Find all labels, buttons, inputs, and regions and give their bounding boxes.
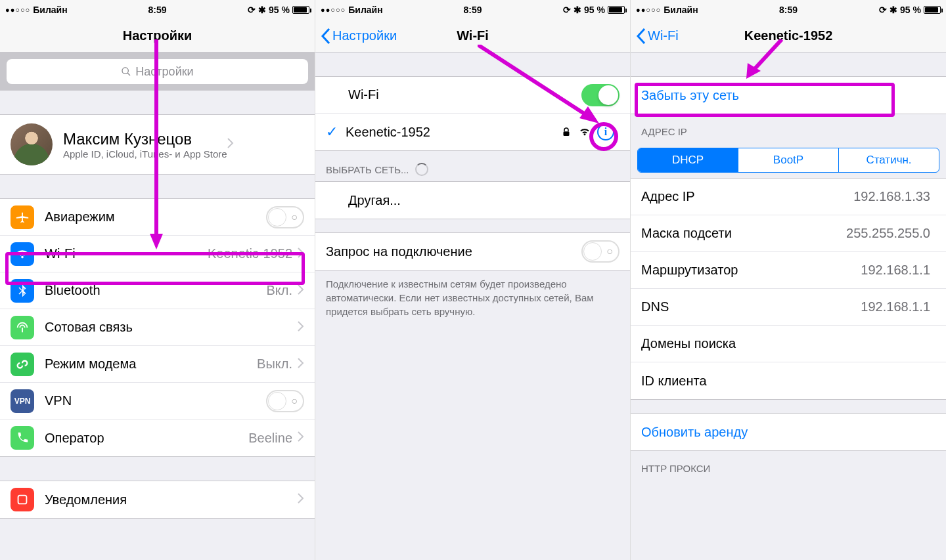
cellular-label: Сотовая связь: [45, 320, 298, 335]
bluetooth-icon: ✱: [258, 5, 266, 15]
search-placeholder: Настройки: [135, 65, 193, 79]
bluetooth-label: Bluetooth: [45, 283, 266, 298]
cellular-icon: [11, 316, 34, 339]
search-domains-row[interactable]: Домены поиска: [631, 326, 946, 362]
ip-address-row: Адрес IP 192.168.1.33: [631, 179, 946, 215]
settings-screen: ●●○○○ Билайн 8:59 ⟳ ✱ 95 % Настройки Нас…: [0, 0, 315, 560]
page-title: Настройки: [123, 28, 192, 43]
info-button[interactable]: i: [597, 123, 614, 140]
bluetooth-settings-icon: [11, 279, 34, 303]
wifi-label: Wi-Fi: [45, 246, 208, 261]
ip-address-header: АДРЕС IP: [631, 114, 946, 142]
airplane-toggle[interactable]: ○: [266, 206, 304, 228]
mask-label: Маска подсети: [641, 226, 846, 241]
airplane-label: Авиарежим: [45, 209, 266, 225]
client-id-row[interactable]: ID клиента: [631, 362, 946, 399]
clock: 8:59: [779, 5, 798, 15]
hotspot-value: Выкл.: [257, 356, 292, 372]
back-label: Wi-Fi: [648, 28, 679, 43]
clock: 8:59: [463, 5, 482, 15]
page-title: Wi-Fi: [457, 28, 489, 43]
dns-value: 192.168.1.1: [861, 299, 930, 314]
bluetooth-icon: ✱: [890, 5, 897, 15]
ip-config-tabs[interactable]: DHCP BootP Статичн.: [637, 148, 939, 173]
mask-value: 255.255.255.0: [846, 226, 930, 241]
forget-network-row[interactable]: Забыть эту сеть: [631, 77, 946, 114]
carrier-row[interactable]: Оператор Beeline: [0, 420, 315, 456]
carrier-label: Билайн: [348, 5, 382, 15]
network-name: Keenetic-1952: [346, 125, 560, 140]
choose-network-header: ВЫБРАТЬ СЕТЬ...: [315, 151, 630, 181]
client-id-label: ID клиента: [641, 374, 935, 389]
checkmark-icon: ✓: [326, 123, 338, 140]
vpn-icon: VPN: [11, 389, 34, 413]
subnet-mask-row: Маска подсети 255.255.255.0: [631, 215, 946, 252]
back-button[interactable]: Wi-Fi: [636, 20, 679, 52]
avatar: [11, 123, 53, 165]
router-row: Маршрутизатор 192.168.1.1: [631, 252, 946, 289]
notifications-icon: [11, 488, 34, 511]
nav-bar: Wi-Fi Keenetic-1952: [631, 20, 946, 53]
ip-value: 192.168.1.33: [853, 189, 930, 204]
profile-name: Максим Кузнецов: [63, 130, 227, 148]
forget-network-label: Забыть эту сеть: [641, 88, 935, 103]
clock: 8:59: [148, 5, 166, 15]
other-network-row[interactable]: Другая...: [315, 182, 630, 219]
tab-bootp[interactable]: BootP: [738, 148, 839, 172]
chevron-right-icon: [298, 284, 304, 297]
vpn-toggle[interactable]: ○: [266, 390, 304, 412]
profile-row[interactable]: Максим Кузнецов Apple ID, iCloud, iTunes…: [0, 115, 315, 174]
footer-text: Подключение к известным сетям будет прои…: [315, 270, 630, 330]
tab-dhcp[interactable]: DHCP: [638, 148, 738, 172]
search-domains-label: Домены поиска: [641, 336, 935, 351]
ask-to-join-toggle[interactable]: ○: [581, 240, 619, 263]
renew-lease-row[interactable]: Обновить аренду: [631, 414, 946, 450]
orientation-lock-icon: ⟳: [563, 5, 571, 15]
connected-network-row[interactable]: ✓ Keenetic-1952 i: [315, 114, 630, 150]
hotspot-icon: [11, 353, 34, 376]
orientation-lock-icon: ⟳: [248, 5, 256, 15]
router-value: 192.168.1.1: [861, 263, 930, 278]
battery-icon: [608, 6, 625, 14]
vpn-row[interactable]: VPN VPN ○: [0, 383, 315, 420]
search-input[interactable]: Настройки: [7, 59, 308, 84]
hotspot-row[interactable]: Режим модема Выкл.: [0, 346, 315, 383]
hotspot-label: Режим модема: [45, 356, 257, 372]
battery-icon: [924, 6, 941, 14]
chevron-right-icon: [298, 493, 304, 506]
wifi-strength-icon: [579, 126, 591, 138]
wifi-master-toggle-row[interactable]: Wi-Fi: [315, 77, 630, 114]
svg-point-0: [122, 68, 128, 74]
carrier-label: Билайн: [33, 5, 67, 15]
cellular-row[interactable]: Сотовая связь: [0, 309, 315, 346]
signal-icon: ●●○○○: [321, 6, 346, 14]
wifi-toggle[interactable]: [581, 84, 619, 106]
ip-label: Адрес IP: [641, 189, 853, 204]
chevron-right-icon: [298, 431, 304, 444]
renew-lease-label: Обновить аренду: [641, 425, 935, 440]
svg-line-1: [127, 73, 130, 75]
notifications-row[interactable]: Уведомления: [0, 481, 315, 518]
status-bar: ●●○○○ Билайн 8:59 ⟳ ✱ 95 %: [631, 0, 946, 20]
chevron-right-icon: [298, 248, 304, 261]
tab-static[interactable]: Статичн.: [839, 148, 939, 172]
battery-percent: 95 %: [900, 5, 921, 15]
back-label: Настройки: [332, 28, 397, 43]
airplane-mode-row[interactable]: Авиарежим ○: [0, 199, 315, 236]
wifi-row[interactable]: Wi-Fi Keenetic-1952: [0, 236, 315, 272]
spinner-icon: [415, 163, 428, 176]
back-button[interactable]: Настройки: [321, 20, 397, 52]
dns-row[interactable]: DNS 192.168.1.1: [631, 289, 946, 326]
orientation-lock-icon: ⟳: [879, 5, 887, 15]
http-proxy-header: HTTP ПРОКСИ: [631, 451, 946, 479]
other-network-label: Другая...: [326, 193, 619, 208]
bluetooth-icon: ✱: [574, 5, 581, 15]
chevron-right-icon: [298, 358, 304, 371]
nav-bar: Настройки: [0, 20, 315, 53]
nav-bar: Настройки Wi-Fi: [315, 20, 630, 53]
battery-icon: [292, 6, 309, 14]
ask-to-join-row[interactable]: Запрос на подключение ○: [315, 233, 630, 270]
bluetooth-row[interactable]: Bluetooth Вкл.: [0, 272, 315, 309]
wifi-screen: ●●○○○ Билайн 8:59 ⟳ ✱ 95 % Настройки Wi-…: [315, 0, 631, 560]
wifi-icon: [11, 242, 34, 266]
